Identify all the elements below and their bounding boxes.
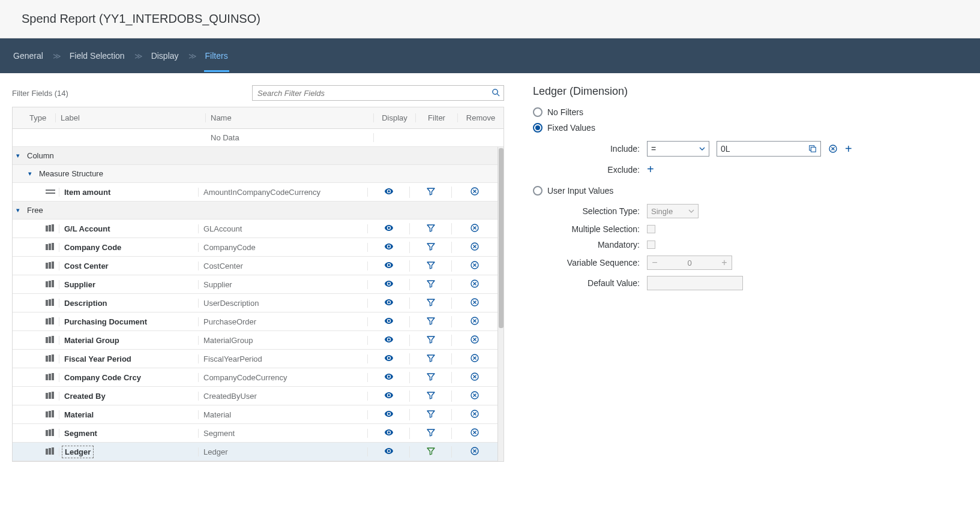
chevron-down-icon: ▾	[16, 206, 25, 214]
wizard-separator-icon: ≫	[188, 52, 196, 61]
remove-button[interactable]	[452, 223, 498, 233]
table-row[interactable]: Company Code CompanyCode	[13, 238, 498, 257]
remove-button[interactable]	[452, 372, 498, 381]
remove-button[interactable]	[452, 390, 498, 400]
selection-type-select: Single	[647, 204, 699, 218]
radio-fixed-values[interactable]: Fixed Values	[533, 123, 963, 133]
wizard-step-field-selection[interactable]: Field Selection	[68, 40, 126, 72]
group-column[interactable]: ▾Column	[13, 147, 498, 165]
operator-select[interactable]: =	[647, 141, 709, 157]
remove-button[interactable]	[452, 446, 498, 456]
variable-sequence-stepper: − 0 +	[647, 256, 732, 270]
search-icon[interactable]	[492, 88, 501, 97]
display-button[interactable]	[368, 187, 409, 196]
table-row[interactable]: Company Code Crcy CompanyCodeCurrency	[13, 368, 498, 387]
filter-detail-panel: Ledger (Dimension) No Filters Fixed Valu…	[516, 73, 980, 474]
remove-condition-button[interactable]	[828, 144, 838, 154]
table-row[interactable]: Material Group MaterialGroup	[13, 331, 498, 350]
filter-button[interactable]	[410, 187, 451, 196]
display-button[interactable]	[368, 409, 409, 419]
no-data-text: No Data	[206, 133, 374, 142]
add-include-button[interactable]: +	[845, 142, 852, 156]
filter-button[interactable]	[410, 390, 451, 400]
filter-button[interactable]	[410, 446, 451, 456]
table-row[interactable]: Segment Segment	[13, 424, 498, 443]
table-row[interactable]: G/L Account GLAccount	[13, 220, 498, 238]
table-row[interactable]: Ledger Ledger	[13, 443, 498, 461]
dimension-icon	[46, 373, 55, 380]
remove-button[interactable]	[452, 297, 498, 307]
table-row[interactable]: Purchasing Document PurchaseOrder	[13, 312, 498, 331]
stepper-minus-icon: −	[648, 257, 662, 268]
wizard-step-filters[interactable]: Filters	[204, 40, 229, 72]
display-button[interactable]	[368, 260, 409, 270]
table-row[interactable]: Material Material	[13, 405, 498, 424]
radio-no-filters[interactable]: No Filters	[533, 107, 963, 117]
dimension-icon	[46, 392, 55, 399]
col-header-display: Display	[374, 113, 416, 122]
display-button[interactable]	[368, 335, 409, 344]
group-free[interactable]: ▾Free	[13, 202, 498, 220]
display-button[interactable]	[368, 316, 409, 326]
filter-button[interactable]	[410, 428, 451, 437]
group-measure-structure[interactable]: ▾Measure Structure	[13, 165, 498, 183]
remove-button[interactable]	[452, 428, 498, 437]
multiple-selection-label: Multiple Selection:	[544, 224, 640, 234]
filter-button[interactable]	[410, 316, 451, 326]
remove-button[interactable]	[452, 353, 498, 363]
display-button[interactable]	[368, 428, 409, 437]
svg-rect-5	[46, 193, 55, 194]
value-help-icon[interactable]	[808, 145, 817, 153]
display-button[interactable]	[368, 390, 409, 400]
remove-button[interactable]	[452, 279, 498, 288]
remove-button[interactable]	[452, 242, 498, 251]
table-row[interactable]: Supplier Supplier	[13, 275, 498, 294]
display-button[interactable]	[368, 372, 409, 381]
dimension-icon	[46, 224, 55, 232]
filter-button[interactable]	[410, 353, 451, 363]
value-input[interactable]: 0L	[717, 141, 821, 157]
filter-button[interactable]	[410, 297, 451, 307]
col-header-remove: Remove	[458, 113, 504, 122]
add-exclude-button[interactable]: +	[647, 163, 654, 176]
table-row[interactable]: Description UserDescription	[13, 294, 498, 312]
filter-button[interactable]	[410, 372, 451, 381]
remove-button[interactable]	[452, 335, 498, 344]
wizard-step-general[interactable]: General	[12, 40, 44, 72]
filter-button[interactable]	[410, 279, 451, 288]
display-button[interactable]	[368, 353, 409, 363]
display-button[interactable]	[368, 446, 409, 456]
selection-type-value: Single	[651, 207, 673, 216]
display-button[interactable]	[368, 297, 409, 307]
scrollbar-thumb[interactable]	[499, 148, 504, 328]
table-row[interactable]: Fiscal Year Period FiscalYearPeriod	[13, 350, 498, 368]
table-row[interactable]: Cost Center CostCenter	[13, 257, 498, 275]
filter-button[interactable]	[410, 260, 451, 270]
search-input[interactable]	[252, 85, 504, 101]
remove-button[interactable]	[452, 409, 498, 419]
filter-button[interactable]	[410, 409, 451, 419]
wizard-step-display[interactable]: Display	[150, 40, 180, 72]
table-row[interactable]: Item amount AmountInCompanyCodeCurrency	[13, 183, 498, 202]
filter-fields-count: Filter Fields (14)	[12, 89, 68, 98]
dimension-icon	[46, 447, 55, 455]
radio-user-input[interactable]: User Input Values	[533, 186, 963, 196]
remove-button[interactable]	[452, 187, 498, 196]
vertical-scrollbar[interactable]	[498, 147, 504, 461]
wizard-separator-icon: ≫	[53, 52, 60, 61]
filter-button[interactable]	[410, 223, 451, 233]
selection-type-label: Selection Type:	[544, 206, 640, 216]
remove-button[interactable]	[452, 316, 498, 326]
remove-button[interactable]	[452, 260, 498, 270]
dimension-icon	[46, 299, 55, 306]
display-button[interactable]	[368, 242, 409, 251]
filter-button[interactable]	[410, 242, 451, 251]
chevron-down-icon	[688, 208, 694, 214]
mandatory-row: Mandatory:	[544, 240, 963, 250]
variable-sequence-row: Variable Sequence: − 0 +	[544, 256, 963, 270]
col-header-name: Name	[206, 113, 374, 122]
display-button[interactable]	[368, 279, 409, 288]
table-row[interactable]: Created By CreatedByUser	[13, 387, 498, 405]
display-button[interactable]	[368, 223, 409, 233]
filter-button[interactable]	[410, 335, 451, 344]
